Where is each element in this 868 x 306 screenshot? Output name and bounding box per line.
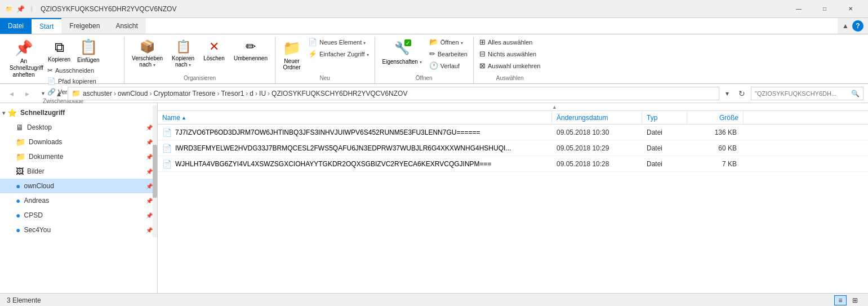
tab-datei[interactable]: Datei [0,18,32,34]
forward-button[interactable]: ▸ [20,87,34,100]
eigenschaften-button[interactable]: 🔧 ✓ Eigenschaften ▾ [379,37,426,68]
oeffnen-button[interactable]: 📂 Öffnen ▾ [427,37,470,47]
table-row[interactable]: 📄 IWRD3EFMYELWE2HVDG33J7BRMQCESL2FWS5QAF… [158,140,868,156]
ribbon-group-items-organisieren: 📦 Verschiebennach ▾ 📋 Kopierennach ▾ ✕ L… [128,37,271,74]
sidebar-section-schnellzugriff[interactable]: ▾ ⭐ Schnellzugriff [0,105,157,120]
neuer-ordner-button[interactable]: 📁 NeuerOrdner [279,37,305,73]
ribbon-collapse-icon[interactable]: ▲ [842,22,849,30]
nichts-auswaehlen-button[interactable]: ⊟ Nichts auswählen [477,48,543,59]
sidebar-item-bilder[interactable]: 🖼 Bilder 📌 [0,164,157,179]
andreas-label: Andreas [24,197,144,205]
view-large-button[interactable]: ⊞ [849,295,861,305]
table-row[interactable]: 📄 WJHLHTA4VBG6ZYI4VL4XSWZSGXCIOHAYYTGKDR… [158,156,868,172]
sidebar-item-owncloud[interactable]: ● ownCloud 📌 [0,179,157,193]
kopieren-nach-button[interactable]: 📋 Kopierennach ▾ [168,37,198,70]
col-header-size[interactable]: Größe [687,111,744,124]
sidebar-item-cpsd[interactable]: ● CPSD 📌 [0,208,157,223]
path-crumb-tresor1[interactable]: Tresor1 [221,90,244,97]
address-dropdown-button[interactable]: ▾ [722,87,733,100]
ribbon-group-zwischenablage: 📌 An Schnellzugriff anheften ⧉ Kopieren … [2,37,124,83]
col-header-date[interactable]: Änderungsdatum [552,111,642,124]
path-crumb-iu[interactable]: IU [259,90,266,97]
bilder-label: Bilder [27,167,144,175]
anheften-button[interactable]: 📌 An Schnellzugriff anheften [6,37,42,81]
help-icon[interactable]: ? [852,20,863,32]
path-crumb-owncloud[interactable]: ownCloud [118,90,148,97]
address-path[interactable]: 📁 aschuster › ownCloud › Cryptomator Tre… [68,87,719,100]
owncloud-pin-icon: 📌 [146,183,153,189]
dokumente-pin-icon: 📌 [146,154,153,160]
kopieren-button[interactable]: ⧉ Kopieren [45,38,73,64]
recent-locations-button[interactable]: ▾ [36,87,50,100]
main-content: ▾ ⭐ Schnellzugriff 🖥 Desktop 📌 📁 Downloa… [0,103,868,293]
search-icon: 🔍 [851,90,860,97]
back-button[interactable]: ◂ [5,87,18,100]
ribbon-group-neu: 📁 NeuerOrdner 📄 Neues Element ▾ ⚡ Einfac… [275,37,375,83]
andreas-icon: ● [16,196,20,205]
sidebar-item-downloads[interactable]: 📁 Downloads 📌 [0,135,157,149]
organisieren-label: Organisieren [128,74,271,82]
up-button[interactable]: ▴ [52,87,65,100]
sidebar-item-andreas[interactable]: ● Andreas 📌 [0,193,157,208]
neues-element-button[interactable]: 📄 Neues Element ▾ [306,37,371,47]
file-name-2: 📄 IWRD3EFMYELWE2HVDG33J7BRMQCESL2FWS5QAF… [158,144,552,153]
dokumente-label: Dokumente [29,153,144,161]
verschieben-button[interactable]: 📦 Verschiebennach ▾ [128,37,167,70]
status-view-controls: ≡ ⊞ [834,295,861,305]
window-menu-icon[interactable]: 📁 [5,5,14,14]
ribbon-group-items-oeffnen: 🔧 ✓ Eigenschaften ▾ 📂 Öffnen ▾ ✏ Bearbei… [379,37,470,74]
tab-freigeben[interactable]: Freigeben [61,18,108,34]
tab-start[interactable]: Start [32,18,61,34]
col-header-name[interactable]: Name ▲ [158,111,552,124]
tab-ansicht[interactable]: Ansicht [108,18,145,34]
minimize-button[interactable]: — [786,0,812,18]
file-date-3: 09.05.2018 10:28 [552,160,642,168]
file-type-1: Datei [642,128,687,136]
col-header-type[interactable]: Typ [642,111,687,124]
desktop-pin-icon: 📌 [146,125,153,131]
ausschneiden-button[interactable]: ✂ Ausschneiden [45,65,121,76]
sec4you-icon: ● [16,225,20,234]
pfad-kopieren-button[interactable]: 📄 Pfad kopieren [45,76,121,86]
ribbon-group-oeffnen: 🔧 ✓ Eigenschaften ▾ 📂 Öffnen ▾ ✏ Bearbei… [375,37,474,83]
maximize-button[interactable]: □ [812,0,838,18]
expand-schnellzugriff-icon: ▾ [2,110,5,116]
quick-access-pin-icon[interactable]: 📌 [16,5,25,14]
umbenennen-button[interactable]: ✏ Umbenennen [230,37,271,64]
view-detail-button[interactable]: ≡ [834,295,847,305]
alles-auswaehlen-button[interactable]: ⊞ Alles auswählen [477,37,543,47]
path-crumb-cryptomator[interactable]: Cryptomator Tresore [153,90,215,97]
file-name-3: 📄 WJHLHTA4VBG6ZYI4VL4XSWZSGXCIOHAYYTGKDR… [158,159,552,168]
search-box[interactable]: 🔍 [751,87,863,100]
refresh-button[interactable]: ↻ [735,87,749,100]
ribbon-group-organisieren: 📦 Verschiebennach ▾ 📋 Kopierennach ▾ ✕ L… [124,37,275,83]
downloads-icon: 📁 [16,138,25,147]
auswahl-umkehren-button[interactable]: ⊠ Auswahl umkehren [477,60,543,71]
file-size-3: 7 KB [687,160,744,168]
path-crumb-current[interactable]: QZIOSYKFUQKSCHY6DHR2YVQCV6NZOV [271,90,407,97]
table-row[interactable]: 📄 7J7IZVO6TP6OD3DJRM7OW6JHTINBQ3JFS3INHV… [158,125,868,140]
einfacher-zugriff-button[interactable]: ⚡ Einfacher Zugriff ▾ [306,48,371,59]
sidebar-item-sec4you[interactable]: ● Sec4You 📌 [0,223,157,237]
search-input[interactable] [755,90,851,97]
status-count: 3 Elemente [7,296,41,304]
loeschen-button[interactable]: ✕ Löschen [199,37,229,64]
bilder-pin-icon: 📌 [146,168,153,175]
view-large-icon: ⊞ [852,296,858,304]
auswaehlen-label: Auswählen [477,74,543,82]
path-crumb-aschuster[interactable]: aschuster [83,90,112,97]
address-bar: ◂ ▸ ▾ ▴ 📁 aschuster › ownCloud › Cryptom… [0,84,868,103]
file-size-1: 136 KB [687,128,744,136]
sidebar-item-desktop[interactable]: 🖥 Desktop 📌 [0,120,157,135]
bilder-icon: 🖼 [16,167,24,176]
einfuegen-button[interactable]: 📋 Einfügen [74,37,102,65]
ribbon-content: 📌 An Schnellzugriff anheften ⧉ Kopieren … [0,34,868,84]
close-button[interactable]: ✕ [838,0,863,18]
path-crumb-d[interactable]: d [250,90,253,97]
bearbeiten-button[interactable]: ✏ Bearbeiten [427,48,470,59]
verlauf-button[interactable]: 🕐 Verlauf [427,60,470,71]
file-list: 📄 7J7IZVO6TP6OD3DJRM7OW6JHTINBQ3JFS3INHV… [158,125,868,293]
ribbon: Datei Start Freigeben Ansicht ▲ ? [0,18,868,34]
file-icon-1: 📄 [162,128,172,137]
sidebar-item-dokumente[interactable]: 📁 Dokumente 📌 [0,149,157,164]
